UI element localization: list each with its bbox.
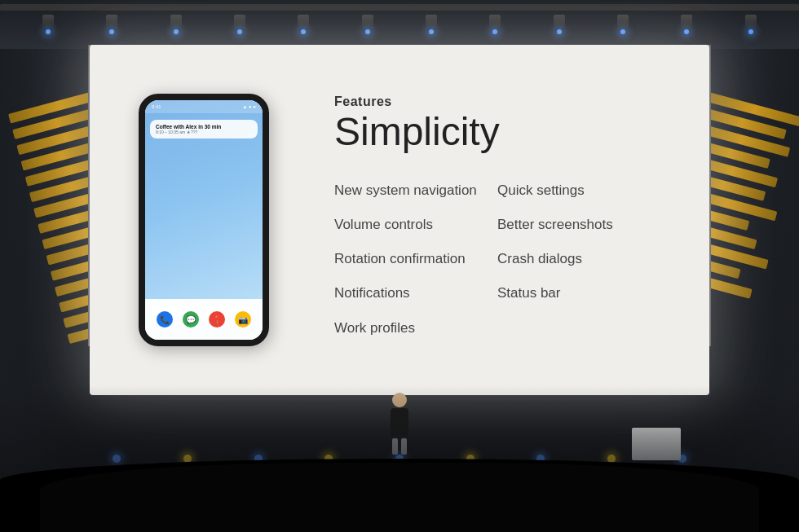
stage-light-5 (298, 15, 309, 31)
slide-title: Simplicity (334, 111, 660, 154)
feature-item-quick-settings: Quick settings (497, 174, 660, 208)
features-grid: New system navigation Volume controls Ro… (334, 174, 660, 345)
stage-light-6 (362, 15, 373, 31)
notification-time: 9:10 – 10:35 am ★ ??? (156, 130, 252, 134)
stage-light-7 (426, 15, 437, 31)
feature-column-2: Quick settings Better screenshots Crash … (497, 174, 660, 345)
stage-light-2 (106, 15, 117, 31)
stage-light-9 (554, 15, 565, 31)
phone-icon: 📞 (157, 311, 173, 328)
maps-icon: 📍 (209, 311, 225, 328)
stage-light-3 (170, 15, 182, 31)
feature-item-crash-dialogs: Crash dialogs (497, 242, 660, 276)
stage-light-12 (745, 15, 757, 31)
phone-status-bar: 9:41 ▲ ● ● (145, 100, 263, 113)
messages-icon: 💬 (183, 311, 199, 328)
notification-title: Coffee with Alex in 30 min (156, 124, 252, 130)
truss (0, 0, 799, 45)
truss-bar (0, 4, 799, 11)
feature-item-rotation: Rotation confirmation (334, 242, 497, 276)
feature-item-screenshots: Better screenshots (497, 208, 660, 242)
audience (0, 459, 799, 532)
phone-time: 9:41 (152, 104, 161, 109)
stage-light-8 (489, 15, 501, 31)
ceiling (0, 0, 799, 49)
phone-screen: 9:41 ▲ ● ● Coffee with Alex in 30 min 9:… (145, 100, 263, 340)
feature-item-notifications: Notifications (334, 276, 497, 310)
phone-section: 9:41 ▲ ● ● Coffee with Alex in 30 min 9:… (122, 94, 285, 346)
phone-notification: Coffee with Alex in 30 min 9:10 – 10:35 … (150, 120, 258, 138)
presentation-screen: 9:41 ▲ ● ● Coffee with Alex in 30 min 9:… (90, 45, 709, 395)
feature-item-nav: New system navigation (334, 174, 497, 208)
feature-column-1: New system navigation Volume controls Ro… (334, 174, 497, 345)
content-section: Features Simplicity New system navigatio… (318, 86, 677, 353)
stage-light-11 (681, 15, 692, 31)
features-label: Features (334, 95, 660, 109)
phone-icons: ▲ ● ● (242, 104, 256, 109)
feature-item-status-bar: Status bar (497, 276, 660, 310)
phone-mockup: 9:41 ▲ ● ● Coffee with Alex in 30 min 9:… (139, 94, 269, 346)
feature-item-work-profiles: Work profiles (334, 311, 497, 345)
feature-item-volume: Volume controls (334, 208, 497, 242)
stage-light-10 (617, 15, 629, 31)
stage-light-4 (234, 15, 245, 31)
stage-light-1 (42, 15, 54, 31)
camera-icon: 📷 (235, 311, 251, 328)
phone-bottom-bar: 📞 💬 📍 📷 (145, 299, 263, 340)
presentation-screen-wrapper: 9:41 ▲ ● ● Coffee with Alex in 30 min 9:… (90, 45, 709, 395)
